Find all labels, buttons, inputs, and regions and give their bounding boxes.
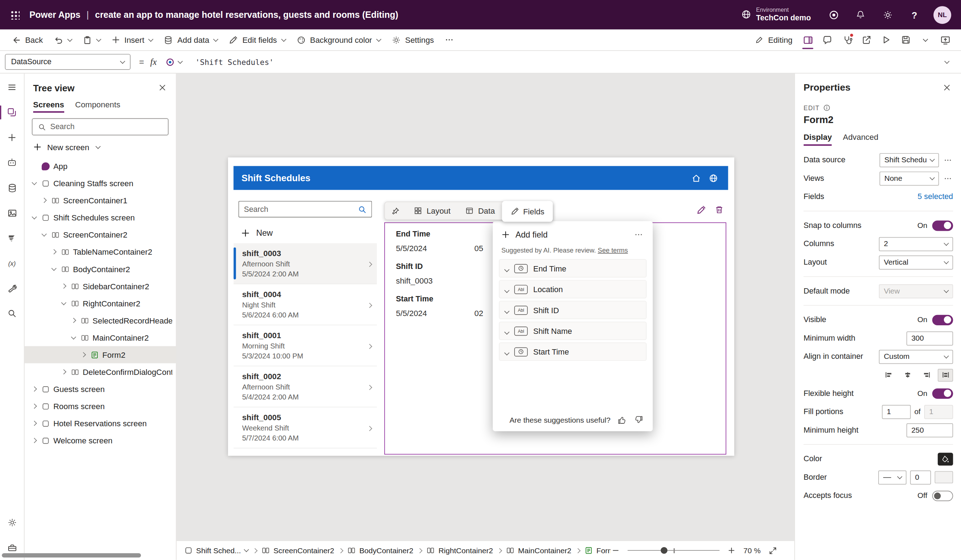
tree-item-shift-schedules-screen[interactable]: Shift Schedules screen: [25, 209, 176, 226]
chevron-down-icon[interactable]: [50, 268, 58, 270]
tree-item-tablenamecontainer2[interactable]: TableNameContainer2: [25, 243, 176, 260]
zoom-slider-knob[interactable]: [660, 547, 667, 554]
paste-button[interactable]: [77, 31, 106, 48]
snap-to-columns-toggle[interactable]: [932, 220, 953, 230]
tab-advanced[interactable]: Advanced: [843, 132, 878, 146]
record-search-input[interactable]: [244, 205, 354, 213]
tree-item-form2[interactable]: Form2: [25, 346, 176, 363]
see-terms-link[interactable]: See terms: [598, 246, 628, 254]
properties-pane-toggle-icon[interactable]: [798, 30, 818, 49]
tree-item-deleteconfirmdialogcontainer2[interactable]: DeleteConfirmDialogContainer2: [25, 363, 176, 380]
minimum-height-input[interactable]: [906, 423, 953, 437]
tree-item-maincontainer2[interactable]: MainContainer2: [25, 329, 176, 346]
tree-item-screencontainer1[interactable]: ScreenContainer1: [25, 192, 176, 209]
chevron-right-icon[interactable]: [31, 404, 38, 408]
save-options-chevron-icon[interactable]: [916, 30, 935, 49]
new-record-button[interactable]: New: [235, 224, 279, 242]
comments-icon[interactable]: [818, 30, 837, 49]
breadcrumb-item-maincontainer2[interactable]: MainContainer2: [506, 546, 571, 555]
field-time-value[interactable]: 05: [474, 244, 483, 253]
power-automate-icon[interactable]: [0, 225, 24, 250]
chevron-down-icon[interactable]: [505, 326, 508, 335]
environment-picker[interactable]: Environment TechCon demo: [732, 7, 820, 22]
delete-trash-icon[interactable]: [715, 205, 724, 215]
horizontal-scrollbar[interactable]: [2, 553, 141, 557]
layout-dropdown[interactable]: Vertical: [879, 255, 953, 269]
align-stretch-icon[interactable]: [938, 369, 953, 381]
chevron-right-icon[interactable]: [31, 439, 38, 442]
breadcrumb-item-bodycontainer2[interactable]: BodyContainer2: [347, 546, 413, 555]
flyout-more-icon[interactable]: [633, 229, 644, 240]
add-field-button[interactable]: Add field: [493, 221, 653, 243]
zoom-slider[interactable]: [628, 546, 720, 555]
color-picker-button[interactable]: [938, 452, 953, 465]
fit-to-window-icon[interactable]: [767, 545, 778, 556]
tree-item-cleaning-staffs-screen[interactable]: Cleaning Staffs screen: [25, 175, 176, 191]
settings-button[interactable]: Settings: [386, 31, 439, 48]
accepts-focus-toggle[interactable]: [932, 491, 953, 501]
views-more-icon[interactable]: [943, 173, 953, 183]
add-data-button[interactable]: Add data: [158, 31, 223, 48]
chevron-right-icon[interactable]: [31, 422, 38, 425]
notifications-icon[interactable]: [847, 0, 873, 29]
tree-item-screencontainer2[interactable]: ScreenContainer2: [25, 226, 176, 243]
tree-item-welcome-screen[interactable]: Welcome screen: [25, 432, 176, 449]
align-in-container-dropdown[interactable]: Custom: [879, 350, 953, 364]
undo-button[interactable]: [48, 31, 77, 48]
tree-item-bodycontainer2[interactable]: BodyContainer2: [25, 260, 176, 278]
list-item-shift-0003[interactable]: shift_0003Afternoon Shift5/5/2024 2:00 A…: [233, 243, 377, 284]
menu-icon[interactable]: [0, 75, 24, 100]
chevron-right-icon[interactable]: [80, 353, 87, 356]
close-icon[interactable]: [156, 81, 169, 93]
save-icon[interactable]: [896, 30, 916, 49]
border-width-input[interactable]: [910, 470, 930, 485]
share-icon[interactable]: [857, 30, 876, 49]
suggested-field-start-time[interactable]: Start Time: [499, 342, 647, 361]
breadcrumb-item-form2[interactable]: Form2: [585, 546, 611, 555]
background-color-button[interactable]: Background color: [291, 31, 386, 48]
suggested-field-end-time[interactable]: End Time: [499, 259, 647, 278]
new-screen-button[interactable]: New screen: [25, 138, 176, 156]
list-item-shift-0004[interactable]: shift_0004Night Shift5/6/2024 6:00 AM: [233, 284, 377, 325]
breadcrumb-item-screencontainer2[interactable]: ScreenContainer2: [262, 546, 334, 555]
align-center-icon[interactable]: [900, 369, 915, 381]
tab-screens[interactable]: Screens: [33, 100, 64, 113]
app-checker-icon[interactable]: [837, 30, 857, 49]
settings-gear-icon[interactable]: [875, 0, 900, 29]
pin-icon[interactable]: [385, 202, 407, 219]
zoom-out-icon[interactable]: [611, 546, 621, 556]
tree-view-icon[interactable]: [0, 100, 24, 125]
variables-icon[interactable]: (x): [0, 250, 24, 275]
back-button[interactable]: Back: [6, 31, 48, 48]
preview-play-icon[interactable]: [876, 30, 896, 49]
border-color-swatch[interactable]: [935, 471, 953, 483]
align-start-icon[interactable]: [881, 369, 896, 381]
tree-item-rightcontainer2[interactable]: RightContainer2: [25, 295, 176, 312]
chevron-right-icon[interactable]: [60, 370, 67, 374]
close-icon[interactable]: [941, 81, 953, 93]
app-launcher-icon[interactable]: [0, 0, 29, 29]
chevron-down-icon[interactable]: [60, 302, 67, 304]
thumbs-up-icon[interactable]: [616, 414, 628, 426]
chevron-right-icon[interactable]: [50, 250, 58, 254]
overflow-menu-icon[interactable]: [439, 30, 459, 49]
edit-fields-button[interactable]: Edit fields: [223, 31, 291, 48]
app-settings-icon[interactable]: [0, 510, 24, 535]
tree-item-rooms-screen[interactable]: Rooms screen: [25, 398, 176, 415]
insert-button[interactable]: Insert: [106, 31, 158, 48]
chevron-down-icon[interactable]: [31, 217, 38, 218]
property-selector-dropdown[interactable]: DataSource: [5, 54, 130, 70]
field-value[interactable]: shift_0003: [396, 276, 433, 286]
insert-icon[interactable]: [0, 125, 24, 150]
home-icon[interactable]: [688, 169, 705, 186]
tree-item-app[interactable]: App: [25, 157, 176, 175]
editing-mode-button[interactable]: Editing: [750, 31, 798, 48]
list-item-shift-0001[interactable]: shift_0001Morning Shift5/3/2024 10:00 PM: [233, 325, 377, 366]
data-tab[interactable]: Data: [458, 202, 502, 219]
search-icon[interactable]: [0, 301, 24, 326]
breadcrumb-item-rightcontainer2[interactable]: RightContainer2: [427, 546, 493, 555]
columns-dropdown[interactable]: 2: [879, 237, 953, 251]
field-time-value[interactable]: 02: [474, 309, 483, 318]
chevron-right-icon[interactable]: [60, 284, 67, 288]
formula-expand-icon[interactable]: [938, 61, 956, 63]
